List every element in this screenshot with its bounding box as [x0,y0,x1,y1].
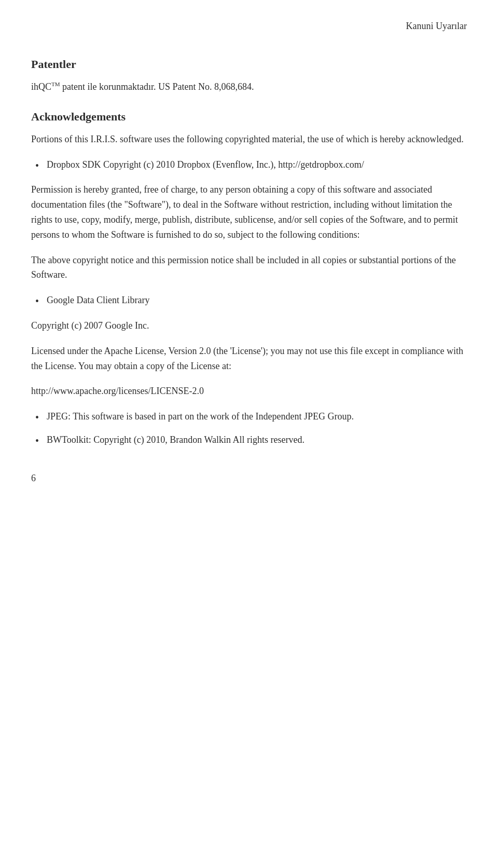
dropbox-permission: Permission is hereby granted, free of ch… [31,182,467,242]
jpeg-item: JPEG: This software is based in part on … [47,411,354,422]
patents-body: ihQCTM patent ile korunmaktadır. US Pate… [31,79,467,94]
list-item: Google Data Client Library [31,293,467,308]
dropbox-item: Dropbox SDK Copyright (c) 2010 Dropbox (… [47,159,364,170]
page-number: 6 [31,473,36,484]
apache-license: Licensed under the Apache License, Versi… [31,344,467,374]
list-item: Dropbox SDK Copyright (c) 2010 Dropbox (… [31,157,467,172]
list-item: JPEG: This software is based in part on … [31,409,467,424]
list-item: BWToolkit: Copyright (c) 2010, Brandon W… [31,432,467,447]
patents-section: Patentler ihQCTM patent ile korunmaktadı… [31,58,467,94]
dropbox-notice: The above copyright notice and this perm… [31,253,467,283]
page-header: Kanuni Uyarılar [31,21,467,32]
apache-url: http://www.apache.org/licenses/LICENSE-2… [31,384,467,399]
google-library-item: Google Data Client Library [47,295,149,305]
remaining-bullet-list: JPEG: This software is based in part on … [31,409,467,447]
google-bullet-list: Google Data Client Library [31,293,467,308]
page-container: Kanuni Uyarılar Patentler ihQCTM patent … [0,0,498,499]
header-title: Kanuni Uyarılar [406,21,467,31]
google-copyright: Copyright (c) 2007 Google Inc. [31,318,467,333]
acknowledgements-intro: Portions of this I.R.I.S. software uses … [31,132,467,147]
acknowledgements-title: Acknowledgements [31,110,467,124]
bwtoolkit-item: BWToolkit: Copyright (c) 2010, Brandon W… [47,435,305,445]
patents-title: Patentler [31,58,467,71]
acknowledgements-section: Acknowledgements Portions of this I.R.I.… [31,110,467,447]
first-bullet-list: Dropbox SDK Copyright (c) 2010 Dropbox (… [31,157,467,172]
